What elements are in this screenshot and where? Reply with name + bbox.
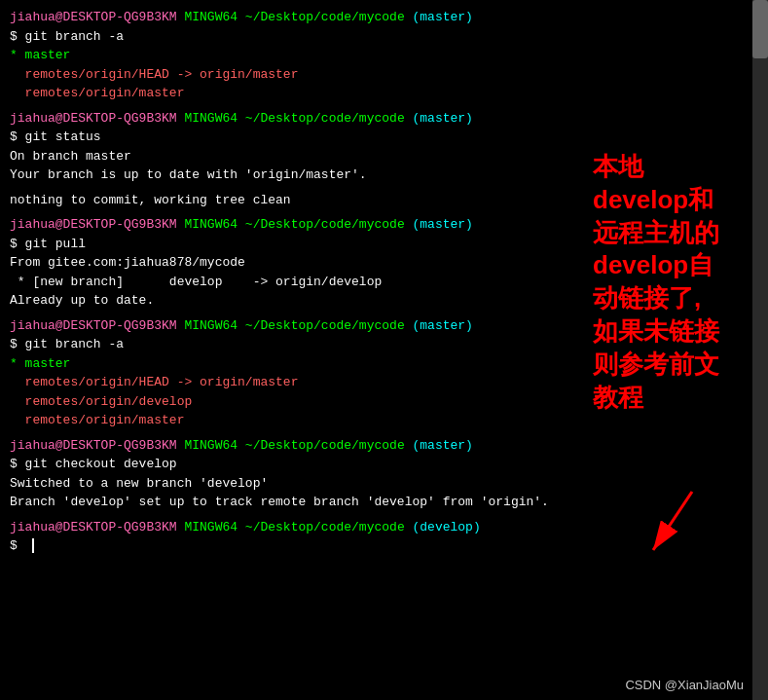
terminal-line: remotes/origin/master <box>10 84 730 103</box>
terminal-line: * master <box>10 46 730 65</box>
terminal-line: Switched to a new branch 'develop' <box>10 474 730 494</box>
prompt-branch: (master) <box>405 217 473 232</box>
annotation-text: 本地develop和远程主机的develop自动链接了,如果未链接则参考前文教程 <box>593 151 744 414</box>
terminal-line: jiahua@DESKTOP-QG9B3KM MINGW64 ~/Desktop… <box>10 8 730 27</box>
prompt-path: MINGW64 ~/Desktop/code/mycode <box>177 10 405 24</box>
prompt-user: jiahua@DESKTOP-QG9B3KM <box>10 111 177 126</box>
terminal-line: $ <box>10 536 730 556</box>
annotation-arrow <box>634 487 712 569</box>
prompt-user: jiahua@DESKTOP-QG9B3KM <box>10 318 177 333</box>
prompt-branch: (master) <box>405 10 473 24</box>
svg-line-1 <box>653 492 692 550</box>
prompt-user: jiahua@DESKTOP-QG9B3KM <box>10 520 177 534</box>
prompt-user: jiahua@DESKTOP-QG9B3KM <box>10 217 177 232</box>
scrollbar[interactable] <box>752 0 768 700</box>
terminal-line: jiahua@DESKTOP-QG9B3KM MINGW64 ~/Desktop… <box>10 109 730 129</box>
terminal-line: jiahua@DESKTOP-QG9B3KM MINGW64 ~/Desktop… <box>10 436 730 456</box>
prompt-path: MINGW64 ~/Desktop/code/mycode <box>177 438 405 453</box>
watermark: CSDN @XianJiaoMu <box>625 678 744 692</box>
prompt-user: jiahua@DESKTOP-QG9B3KM <box>10 10 177 24</box>
terminal-line: $ git branch -a <box>10 27 730 47</box>
prompt-path: MINGW64 ~/Desktop/code/mycode <box>177 520 405 534</box>
terminal-line: $ git checkout develop <box>10 455 730 474</box>
prompt-path: MINGW64 ~/Desktop/code/mycode <box>177 111 405 126</box>
terminal-line: remotes/origin/HEAD -> origin/master <box>10 65 730 85</box>
terminal-line: $ git status <box>10 128 730 147</box>
terminal-line: jiahua@DESKTOP-QG9B3KM MINGW64 ~/Desktop… <box>10 518 730 537</box>
prompt-user: jiahua@DESKTOP-QG9B3KM <box>10 438 177 453</box>
prompt-branch: (master) <box>405 318 473 333</box>
prompt-branch: (master) <box>405 438 473 453</box>
prompt-branch: (develop) <box>405 520 481 534</box>
scrollbar-thumb[interactable] <box>752 0 768 58</box>
prompt-path: MINGW64 ~/Desktop/code/mycode <box>177 217 405 232</box>
prompt-branch: (master) <box>405 111 473 126</box>
prompt-path: MINGW64 ~/Desktop/code/mycode <box>177 318 405 333</box>
terminal-line: Branch 'develop' set up to track remote … <box>10 493 730 512</box>
